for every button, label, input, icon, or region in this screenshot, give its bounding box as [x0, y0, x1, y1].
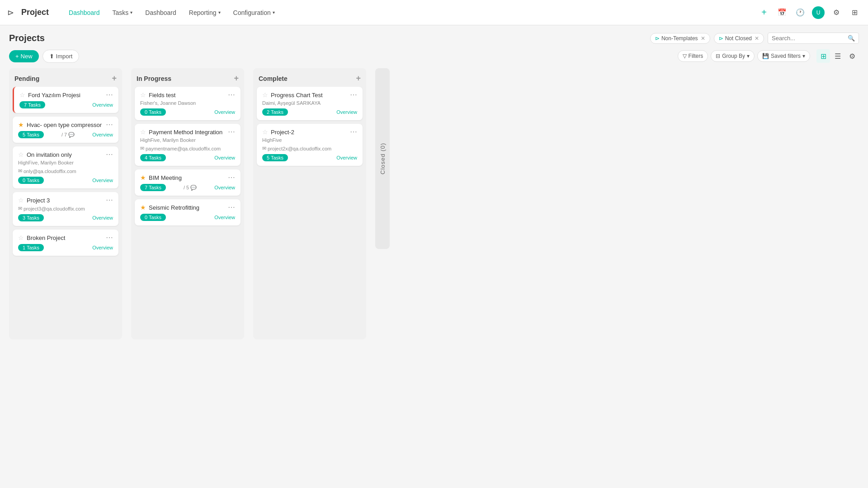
add-icon[interactable]: + — [758, 6, 770, 19]
fields-overview-link[interactable]: Overview — [214, 109, 235, 115]
saved-filters-button[interactable]: 💾 Saved filters ▾ — [757, 50, 810, 62]
star-hvac-icon[interactable]: ★ — [18, 121, 24, 128]
card-progress-chart-footer: 2 Tasks Overview — [262, 108, 357, 116]
star-bim-icon[interactable]: ★ — [140, 174, 146, 181]
card-broken-title-row: ☆ Broken Project — [18, 234, 65, 241]
star-fields-icon[interactable]: ☆ — [140, 91, 146, 99]
saved-chevron-icon: ▾ — [802, 53, 805, 59]
page-content: Projects ⊳ Non-Templates ✕ ⊳ Not Closed … — [0, 25, 868, 347]
list-view-button[interactable]: ☰ — [831, 49, 844, 63]
card-ford-footer: 7 Tasks Overview — [19, 101, 113, 108]
payment-overview-link[interactable]: Overview — [214, 155, 235, 160]
filter-icon: ▽ — [683, 53, 687, 59]
hvac-overview-link[interactable]: Overview — [92, 132, 113, 137]
filter-not-closed[interactable]: ⊳ Not Closed ✕ — [714, 33, 764, 44]
invitation-tasks-badge: 0 Tasks — [18, 177, 44, 184]
nav-configuration[interactable]: Configuration ▾ — [228, 5, 280, 20]
add-inprogress-button[interactable]: + — [234, 74, 239, 83]
import-icon: ⬆ — [49, 53, 54, 60]
email-icon-payment: ✉ — [140, 145, 144, 151]
card-ford-title-row: ☆ Ford Yazılım Projesi — [19, 91, 80, 99]
user-avatar[interactable]: U — [812, 6, 825, 19]
broken-overview-link[interactable]: Overview — [92, 245, 113, 250]
closed-label: Closed (0) — [379, 143, 386, 174]
new-button[interactable]: + New — [9, 50, 39, 62]
card-bim: ★ BIM Meeting ⋯ 7 Tasks / 5 💬 Overview — [135, 169, 241, 196]
card-project2-menu[interactable]: ⋯ — [350, 128, 357, 136]
column-complete: Complete + ☆ Progress Chart Test ⋯ Daimi… — [253, 68, 366, 339]
group-chevron-icon: ▾ — [747, 53, 750, 59]
search-input[interactable] — [772, 35, 848, 42]
card-bim-menu[interactable]: ⋯ — [228, 174, 235, 181]
progress-chart-tasks-badge: 2 Tasks — [262, 108, 288, 116]
star-invitation-icon[interactable]: ☆ — [18, 151, 24, 158]
grid-icon[interactable]: ⊞ — [848, 6, 861, 19]
card-invitation: ☆ On invitation only ⋯ HighFive, Marilyn… — [13, 146, 118, 188]
star-payment-icon[interactable]: ☆ — [140, 128, 146, 136]
card-ford: ☆ Ford Yazılım Projesi ⋯ 7 Tasks Overvie… — [13, 87, 118, 113]
project3-overview-link[interactable]: Overview — [92, 215, 113, 221]
card-payment-menu[interactable]: ⋯ — [228, 128, 235, 136]
project2-overview-link[interactable]: Overview — [336, 155, 357, 160]
remove-not-closed[interactable]: ✕ — [755, 35, 759, 42]
card-progress-chart-menu[interactable]: ⋯ — [350, 91, 357, 99]
column-inprogress: In Progress + ☆ Fields test ⋯ Fisher's, … — [131, 68, 244, 339]
star-progress-chart-icon[interactable]: ☆ — [262, 91, 268, 99]
hamburger-icon[interactable]: ⊳ — [7, 8, 14, 18]
card-hvac-menu[interactable]: ⋯ — [106, 121, 113, 128]
search-box[interactable]: 🔍 — [768, 33, 859, 44]
card-invitation-header: ☆ On invitation only ⋯ — [18, 151, 113, 158]
card-invitation-title-row: ☆ On invitation only — [18, 151, 72, 158]
payment-tasks-badge: 4 Tasks — [140, 154, 166, 161]
project3-tasks-badge: 3 Tasks — [18, 214, 44, 221]
star-seismic-icon[interactable]: ★ — [140, 204, 146, 211]
column-closed[interactable]: Closed (0) — [375, 68, 390, 249]
add-complete-button[interactable]: + — [356, 74, 361, 83]
group-by-button[interactable]: ⊟ Group By ▾ — [711, 50, 755, 62]
nav-tasks[interactable]: Tasks ▾ — [107, 5, 138, 20]
card-fields-menu[interactable]: ⋯ — [228, 91, 235, 99]
card-ford-menu[interactable]: ⋯ — [106, 91, 113, 99]
nav-dashboard2[interactable]: Dashboard — [140, 5, 182, 20]
top-navigation: ⊳ Project Dashboard Tasks ▾ Dashboard Re… — [0, 0, 868, 25]
card-ford-header: ☆ Ford Yazılım Projesi ⋯ — [19, 91, 113, 99]
calendar-icon[interactable]: 📅 — [776, 6, 788, 19]
nav-dashboard[interactable]: Dashboard — [63, 5, 105, 20]
star-ford-icon[interactable]: ☆ — [19, 91, 25, 99]
nav-reporting[interactable]: Reporting ▾ — [184, 5, 226, 20]
card-project2: ☆ Project-2 ⋯ HighFive ✉ project2x@qa.cl… — [257, 124, 363, 166]
actions-row: + New ⬆ Import ▽ Filters ⊟ Group By ▾ 💾 … — [9, 49, 859, 63]
star-project2-icon[interactable]: ☆ — [262, 128, 268, 136]
kanban-view-button[interactable]: ⊞ — [816, 49, 830, 63]
save-icon: 💾 — [762, 53, 769, 59]
progress-chart-overview-link[interactable]: Overview — [336, 109, 357, 115]
card-seismic-header: ★ Seismic Retrofitting ⋯ — [140, 204, 235, 211]
seismic-overview-link[interactable]: Overview — [214, 215, 235, 220]
settings-view-button[interactable]: ⚙ — [845, 49, 859, 63]
card-seismic-title-row: ★ Seismic Retrofitting — [140, 204, 199, 211]
seismic-tasks-badge: 0 Tasks — [140, 214, 166, 221]
add-pending-button[interactable]: + — [112, 74, 117, 83]
card-broken: ☆ Broken Project ⋯ 1 Tasks Overview — [13, 230, 118, 256]
remove-non-templates[interactable]: ✕ — [701, 35, 705, 42]
card-fields-header: ☆ Fields test ⋯ — [140, 91, 235, 99]
bim-overview-link[interactable]: Overview — [214, 185, 235, 190]
project3-email: ✉ project3@qa.cloudoffix.com — [18, 206, 113, 211]
star-broken-icon[interactable]: ☆ — [18, 234, 24, 241]
clock-icon[interactable]: 🕐 — [794, 6, 807, 19]
card-project3-menu[interactable]: ⋯ — [106, 197, 113, 204]
star-project3-icon[interactable]: ☆ — [18, 197, 24, 204]
settings-icon[interactable]: ⚙ — [830, 6, 843, 19]
ford-overview-link[interactable]: Overview — [92, 102, 113, 108]
filter-non-templates[interactable]: ⊳ Non-Templates ✕ — [650, 33, 710, 44]
card-payment-header: ☆ Payment Method Integration ⋯ — [140, 128, 235, 136]
bim-tasks-badge: 7 Tasks — [140, 184, 166, 191]
import-button[interactable]: ⬆ Import — [42, 50, 80, 63]
search-icon[interactable]: 🔍 — [848, 35, 855, 42]
invitation-overview-link[interactable]: Overview — [92, 178, 113, 183]
card-invitation-menu[interactable]: ⋯ — [106, 151, 113, 158]
card-seismic-menu[interactable]: ⋯ — [228, 204, 235, 211]
card-broken-menu[interactable]: ⋯ — [106, 234, 113, 241]
card-project2-title-row: ☆ Project-2 — [262, 128, 294, 136]
filters-button[interactable]: ▽ Filters — [678, 50, 708, 62]
